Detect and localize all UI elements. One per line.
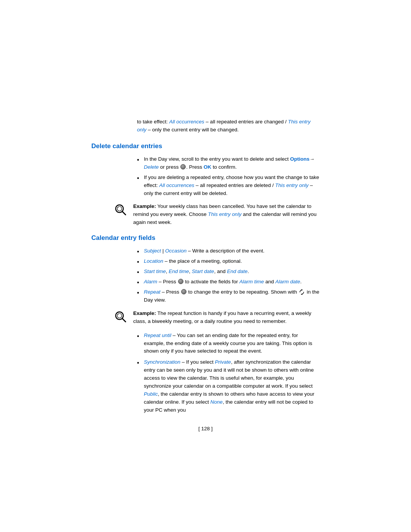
fields-b4-and: and: [264, 279, 275, 284]
delete-b1-before: In the Day view, scroll to the entry you…: [144, 156, 290, 162]
magnifier-icon-2: [114, 310, 128, 324]
example-2-body: The repeat function is handy if you have…: [133, 310, 311, 324]
svg-line-6: [122, 318, 126, 322]
intro-paragraph: to take effect: All occurrences – all re…: [137, 118, 320, 134]
intro-text-before: to take effect:: [137, 119, 169, 125]
example-1-label: Example:: [133, 203, 156, 209]
svg-line-2: [122, 211, 126, 215]
fields-b4-period: .: [300, 279, 302, 284]
content-area: to take effect: All occurrences – all re…: [68, 0, 342, 466]
fields-b4-alarm: Alarm: [144, 279, 157, 284]
sub-b2-none: None: [210, 399, 223, 405]
fields-b3-end-date: End date: [227, 268, 247, 274]
fields-b4-middle: – Press: [157, 279, 176, 284]
intro-text-after: – only the current entry will be changed…: [147, 127, 239, 133]
fields-b4-alarm-date: Alarm date: [275, 279, 300, 284]
fields-b2-after: – the place of a meeting, optional.: [163, 258, 242, 264]
example-block-2: Example: The repeat function is handy if…: [114, 310, 320, 326]
sub-bullet-1: Repeat until – You can set an ending dat…: [137, 332, 320, 356]
example-2-label: Example:: [133, 310, 156, 316]
section-fields-heading: Calendar entry fields: [91, 234, 320, 242]
delete-bullet-list: In the Day view, scroll to the entry you…: [137, 155, 320, 198]
fields-b3-end-time: End time: [169, 268, 189, 274]
sub-b1-repeat-until: Repeat until: [144, 332, 171, 338]
page: to take effect: All occurrences – all re…: [0, 0, 411, 532]
intro-text-middle: – all repeated entries are changed /: [204, 119, 288, 125]
delete-bullet-2: If you are deleting a repeated entry, ch…: [137, 174, 320, 198]
fields-b1-after: – Write a description of the event.: [186, 248, 264, 254]
sub-bullet-list: Repeat until – You can set an ending dat…: [137, 332, 320, 414]
fields-b2-location: Location: [144, 258, 163, 264]
fields-b1-sep: |: [161, 248, 165, 254]
delete-b2-this: This entry only: [275, 182, 309, 188]
fields-bullet-5: Repeat – Press to change the entry to be…: [137, 288, 320, 304]
center-button-icon-2: [178, 279, 183, 284]
fields-b3-and: , and: [214, 268, 227, 274]
section-delete-heading: Delete calendar entries: [91, 142, 320, 150]
example-2-text: Example: The repeat function is handy if…: [133, 310, 320, 326]
sub-b2-public: Public: [144, 391, 158, 397]
fields-bullet-3: Start time, End time, Start date, and En…: [137, 268, 320, 276]
delete-b2-middle: – all repeated entries are deleted /: [194, 182, 275, 188]
fields-b3-start-date: Start date: [192, 268, 214, 274]
fields-bullet-4: Alarm – Press to activate the fields for…: [137, 278, 320, 286]
sub-b2-sync: Synchronization: [144, 359, 180, 365]
delete-b1-delete: Delete: [144, 164, 159, 170]
section-fields: Calendar entry fields Subject | Occasion…: [91, 234, 320, 414]
sub-b2-private: Private: [215, 359, 231, 365]
intro-all-occurrences: All occurrences: [169, 119, 204, 125]
delete-b1-arrow: →: [309, 156, 315, 162]
example-1-text: Example: Your weekly class has been canc…: [133, 203, 320, 227]
repeat-symbol-icon: [299, 289, 304, 295]
fields-bullet-2: Location – the place of a meeting, optio…: [137, 257, 320, 265]
fields-b4-activate: to activate the fields for: [184, 279, 239, 284]
example-block-1: Example: Your weekly class has been canc…: [114, 203, 320, 227]
delete-b2-all: All occurrences: [159, 182, 194, 188]
fields-b3-sep2: ,: [189, 268, 192, 274]
delete-b1-ok: OK: [204, 164, 211, 170]
delete-bullet-1: In the Day view, scroll to the entry you…: [137, 155, 320, 171]
fields-b1-occasion: Occasion: [165, 248, 186, 254]
center-button-icon-3: [181, 289, 186, 294]
fields-bullet-list: Subject | Occasion – Write a description…: [137, 247, 320, 304]
fields-b3-period: .: [247, 268, 249, 274]
fields-b3-start: Start time: [144, 268, 166, 274]
svg-point-3: [118, 207, 119, 208]
example-1-this: This entry only: [208, 211, 242, 217]
fields-b1-subject: Subject: [144, 248, 161, 254]
magnifier-icon-1: [114, 203, 128, 217]
sub-bullet-2: Synchronization – If you select Private,…: [137, 358, 320, 414]
delete-b1-or: or press: [159, 164, 180, 170]
sub-b2-middle: – If you select: [180, 359, 215, 365]
delete-b1-ok-before: . Press: [186, 164, 204, 170]
page-number-value: 128: [201, 426, 210, 431]
fields-b5-change: to change the entry to be repeating. Sho…: [187, 289, 297, 295]
section-delete: Delete calendar entries In the Day view,…: [91, 142, 320, 227]
delete-b1-options: Options: [290, 156, 309, 162]
fields-b5-repeat: Repeat: [144, 289, 161, 295]
svg-point-7: [118, 314, 119, 315]
page-number: [ 128 ]: [91, 426, 320, 431]
center-button-icon-1: [180, 164, 186, 169]
delete-b1-confirm: to confirm.: [211, 164, 237, 170]
fields-b5-middle: – Press: [161, 289, 180, 295]
fields-bullet-1: Subject | Occasion – Write a description…: [137, 247, 320, 255]
fields-b4-alarm-time: Alarm time: [239, 279, 264, 284]
